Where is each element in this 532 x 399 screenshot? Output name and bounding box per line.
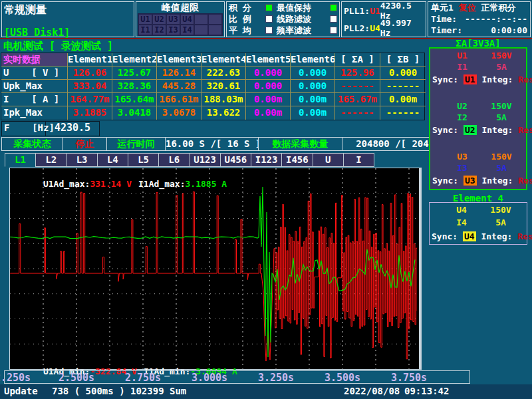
peak-overlimit-grid: U1 U2 U3 U4 I1 I2 I3 I4 — [138, 13, 223, 36]
freq-filter-toggle-label: 频率滤波 — [277, 25, 311, 37]
table-header-row: 实时数据 Element1 Element2 Element3 Element4… — [1, 53, 424, 66]
tab-i456[interactable]: I456 — [281, 153, 313, 167]
row-label: I [ A ] — [1, 93, 68, 106]
element-group-2: U2150V I25A Sync: U2 Integ: Reset — [430, 101, 526, 136]
timer-label: Timer: — [431, 25, 462, 35]
table-cell: 126.14 — [157, 66, 201, 80]
tab-u456[interactable]: U456 — [220, 153, 251, 167]
table-cell: 333.04 — [68, 80, 112, 93]
tab-u[interactable]: U — [313, 153, 344, 167]
peak-cell-u4: U4 — [180, 14, 194, 25]
runtime-label: 运行时间 — [107, 138, 166, 150]
average-toggle-label: 平 均 — [229, 25, 251, 37]
table-cell: ------ — [380, 80, 426, 93]
sync-label: Sync: — [432, 74, 464, 84]
table-cell: ------ — [380, 106, 426, 120]
i3-channel: I3 — [442, 163, 482, 174]
peak-cell-empty — [208, 25, 222, 35]
u3-range: 150V — [482, 152, 521, 163]
sync-label: Sync: — [432, 176, 464, 186]
integ-reset[interactable]: Reset — [518, 74, 532, 84]
row-label: Ipk_Max — [1, 106, 68, 120]
u-max-label: U1Ad_max: — [43, 179, 90, 189]
integ-label: Integ: — [476, 231, 518, 241]
tab-l5[interactable]: L5 — [128, 153, 159, 167]
table-cell: 166.61m — [157, 93, 201, 106]
line-filter-toggle[interactable] — [330, 15, 337, 23]
line-filter-toggle-label: 线路滤波 — [277, 13, 311, 25]
table-cell: 222.63 — [201, 66, 246, 80]
realtime-data-table: 实时数据 Element1 Element2 Element3 Element4… — [1, 53, 425, 120]
peak-overlimit-panel: 峰值超限 U1 U2 U3 U4 I1 I2 I3 I4 — [136, 1, 225, 37]
u-max-value: 331.14 V — [90, 179, 132, 189]
sync-source-badge[interactable]: U2 — [464, 125, 477, 135]
time-value: ------:--:-- — [465, 14, 527, 24]
axis-tick: 2.500s — [50, 372, 103, 384]
pll1-source: U1 — [370, 6, 380, 16]
integral-toggle-label: 积 分 — [229, 2, 251, 14]
sync-source-badge[interactable]: U1 — [464, 74, 477, 84]
integ-label: Integ: — [477, 125, 519, 135]
peak-cell-i4: I4 — [180, 25, 194, 35]
max-hold-toggle[interactable] — [330, 4, 337, 11]
integ-reset[interactable]: Reset — [518, 125, 532, 135]
frequency-readout: F [Hz] 4230.5 — [1, 121, 100, 136]
u1-range: 150V — [482, 51, 521, 62]
acquisition-status-bar: 采集状态 停止 运行时间 16.00 S /[ 16 S ] 数据采集数量 20… — [1, 137, 471, 151]
table-cell: 126.06 — [68, 66, 112, 80]
acq-status-value: 停止 — [63, 138, 107, 150]
update-label: Update — [4, 386, 38, 396]
ratio-toggle[interactable] — [265, 15, 273, 23]
table-cell: 13.622 — [201, 106, 246, 120]
tab-l1[interactable]: L1 — [5, 153, 36, 167]
unit-name: 单元1 — [431, 2, 454, 14]
table-cell: 3.0418 — [112, 106, 157, 120]
i4-channel: I4 — [442, 217, 481, 229]
integ-label: Integ: — [477, 74, 519, 84]
tab-u123[interactable]: U123 — [190, 153, 221, 167]
tab-l6[interactable]: L6 — [158, 153, 190, 167]
tab-i[interactable]: I — [343, 153, 374, 167]
table-cell: 0.00m — [246, 93, 291, 106]
sync-source-badge[interactable]: U4 — [463, 231, 476, 241]
integral-toggle[interactable] — [265, 4, 273, 11]
integ-reset[interactable]: Reset — [517, 231, 532, 241]
table-cell: 188.03m — [201, 93, 246, 106]
u4-range: 150V — [481, 205, 520, 216]
table-corner-label: 实时数据 — [1, 53, 68, 66]
tab-l4[interactable]: L4 — [97, 153, 128, 167]
tab-i123[interactable]: I123 — [251, 153, 282, 167]
row-label: Upk_Max — [1, 80, 68, 93]
i2-channel: I2 — [442, 112, 482, 124]
integ-reset-indicator[interactable]: 复位 — [459, 2, 476, 14]
table-cell: ------ — [335, 80, 380, 93]
i1-range: 5A — [482, 62, 521, 73]
i-max-label: I1Ad_max: — [138, 179, 185, 189]
average-toggle[interactable] — [265, 27, 273, 34]
row-label: U [ V ] — [1, 66, 68, 80]
integ-label: Integ: — [477, 176, 519, 186]
sync-source-badge[interactable]: U3 — [464, 176, 477, 186]
column-header: Element4 — [201, 53, 246, 66]
integ-reset[interactable]: Reset — [518, 176, 532, 186]
table-row: I [ A ] 164.77m 165.64m 166.61m 188.03m … — [1, 93, 424, 106]
acq-status-label: 采集状态 — [2, 138, 63, 150]
peak-cell-u1: U1 — [138, 14, 152, 25]
table-cell: 0.00m — [291, 93, 335, 106]
tab-l3[interactable]: L3 — [66, 153, 98, 167]
axis-tick: 3.750s — [382, 372, 436, 384]
tab-l2[interactable]: L2 — [35, 153, 66, 167]
table-cell: 125.96 — [335, 66, 380, 80]
peak-cell-i2: I2 — [152, 25, 166, 35]
freq-filter-toggle[interactable] — [330, 27, 337, 34]
update-counter: 738 ( 500ms ) 102399 Sum — [52, 386, 186, 396]
sync-label: Sync: — [432, 125, 464, 135]
u1-channel: U1 — [442, 51, 482, 62]
u2-channel: U2 — [442, 101, 482, 112]
axis-tick: 2.750s — [116, 372, 170, 384]
ratio-toggle-label: 比 例 — [229, 13, 251, 25]
column-header: Element2 — [112, 53, 157, 66]
integ-mode-label: 正常积分 — [481, 2, 515, 14]
u4-channel: U4 — [442, 205, 481, 216]
waveform-plot: U1Ad_max:331.14 VI1Ad_max:3.1885 A U1Ad_… — [9, 168, 422, 370]
